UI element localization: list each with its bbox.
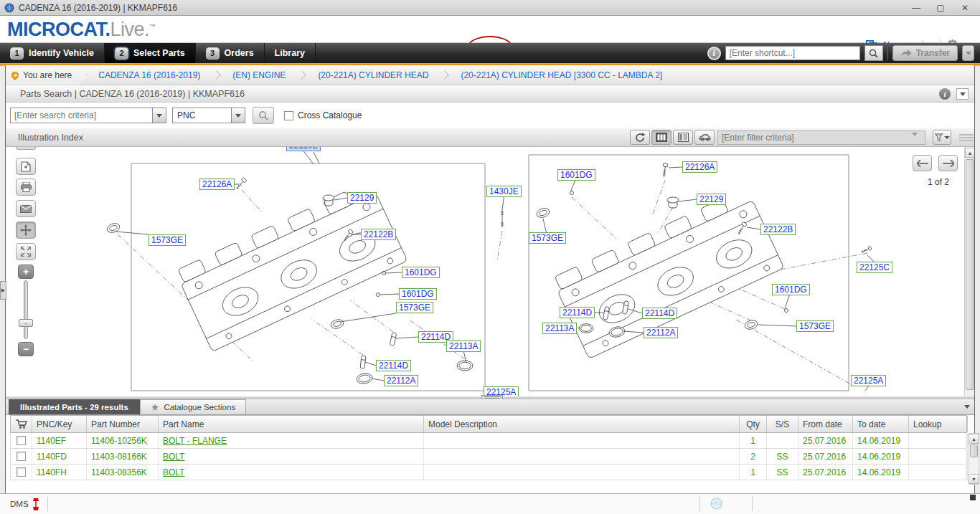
refresh-icon[interactable] bbox=[630, 130, 650, 145]
search-criteria-input[interactable] bbox=[10, 108, 152, 123]
part-label[interactable]: 22129 bbox=[697, 194, 726, 205]
row-checkbox[interactable] bbox=[17, 452, 26, 461]
zoom-slider-track[interactable] bbox=[24, 280, 28, 339]
close-button[interactable]: ✕ bbox=[953, 0, 977, 16]
scroll-up-icon[interactable]: ▲ bbox=[969, 434, 979, 444]
info-icon[interactable]: i bbox=[939, 88, 951, 100]
column-header[interactable]: Qty bbox=[740, 416, 767, 432]
vehicle-view-icon[interactable] bbox=[694, 130, 715, 145]
zoom-out-icon[interactable]: − bbox=[18, 342, 34, 356]
scroll-up-icon[interactable]: ▲ bbox=[965, 148, 974, 158]
part-label[interactable]: 22113A bbox=[542, 323, 577, 334]
illustration-scrollbar[interactable]: ▲ bbox=[964, 148, 974, 396]
search-criteria-dropdown[interactable] bbox=[152, 108, 166, 123]
filter-dropdown-caret[interactable] bbox=[912, 133, 918, 136]
panel-collapse-arrow[interactable]: ▶ bbox=[0, 281, 6, 300]
part-label[interactable]: 1601DG bbox=[772, 284, 810, 295]
part-label[interactable]: 22114D bbox=[376, 360, 411, 371]
tab-library[interactable]: Library bbox=[265, 43, 316, 63]
part-label[interactable]: 22126A bbox=[682, 161, 717, 173]
filter-toggle-icon[interactable] bbox=[956, 88, 969, 100]
search-type-select[interactable]: PNC bbox=[172, 108, 231, 123]
tab-illustrated-parts[interactable]: Illustrated Parts - 29 results bbox=[9, 399, 140, 414]
part-label[interactable]: 22125C bbox=[857, 262, 892, 273]
tab-orders[interactable]: 3 Orders bbox=[196, 43, 265, 63]
minimize-button[interactable]: — bbox=[904, 0, 928, 16]
part-label[interactable]: 22122B bbox=[760, 224, 796, 235]
part-label[interactable]: 22114D bbox=[642, 308, 677, 319]
table-row[interactable]: 1140FD11403-08166KBOLT2SS25.07.201614.06… bbox=[10, 449, 967, 465]
print-icon[interactable] bbox=[16, 179, 36, 196]
column-header[interactable]: From date bbox=[798, 416, 853, 432]
tab-identify-vehicle[interactable]: 1 Identify Vehicle bbox=[0, 43, 105, 63]
email-icon[interactable] bbox=[16, 200, 36, 217]
pan-move-icon[interactable] bbox=[16, 222, 36, 239]
list-view-icon[interactable] bbox=[959, 131, 974, 144]
scrollbar-thumb[interactable] bbox=[970, 444, 978, 457]
breadcrumb-engine[interactable]: (EN) ENGINE bbox=[221, 70, 297, 80]
transfer-button[interactable]: Transfer bbox=[892, 45, 958, 61]
part-label[interactable]: 1573GE bbox=[796, 320, 834, 332]
part-name-link[interactable]: BOLT bbox=[163, 452, 184, 462]
maximize-button[interactable]: ▢ bbox=[928, 0, 953, 16]
column-header[interactable]: Model Description bbox=[424, 416, 740, 432]
part-label[interactable]: 22125A bbox=[851, 375, 886, 386]
column-header[interactable]: To date bbox=[853, 416, 909, 432]
zoom-in-icon[interactable]: + bbox=[18, 265, 34, 279]
info-icon[interactable]: i bbox=[707, 47, 721, 60]
part-label[interactable]: 22122B bbox=[361, 229, 396, 240]
search-button[interactable] bbox=[253, 107, 274, 124]
part-label[interactable]: 1601DG bbox=[557, 169, 595, 181]
part-label[interactable]: 1601DG bbox=[402, 267, 440, 278]
part-name-link[interactable]: BOLT bbox=[163, 467, 184, 477]
collapse-up-icon[interactable] bbox=[16, 147, 36, 150]
part-label[interactable]: 22113A bbox=[446, 341, 481, 352]
part-label[interactable]: 1430JE bbox=[486, 186, 522, 197]
cell-lookup bbox=[909, 433, 968, 448]
part-label[interactable]: 22114D bbox=[560, 307, 595, 318]
filter-criteria-input[interactable] bbox=[717, 130, 925, 145]
part-label[interactable]: 1573GE bbox=[149, 234, 186, 246]
scroll-down-icon[interactable]: ▼ bbox=[969, 474, 979, 484]
row-checkbox[interactable] bbox=[17, 467, 26, 477]
previous-page-button[interactable] bbox=[913, 155, 932, 171]
part-label[interactable]: 1573GE bbox=[529, 232, 566, 244]
table-row[interactable]: 1140EF11406-10256KBOLT - FLANGE125.07.20… bbox=[10, 433, 967, 449]
part-label[interactable]: 22112A bbox=[644, 327, 678, 338]
table-row[interactable]: 1140FH11403-08356KBOLT1SS25.07.201614.06… bbox=[10, 465, 967, 480]
fullscreen-icon[interactable] bbox=[16, 243, 36, 260]
cell-from: 25.07.2016 bbox=[798, 465, 853, 480]
panel-collapse-caret[interactable] bbox=[964, 405, 970, 409]
filter-icon[interactable] bbox=[933, 130, 951, 145]
scrollbar-thumb[interactable] bbox=[966, 159, 974, 390]
breadcrumb-illustration[interactable]: (20-221A) CYLINDER HEAD [3300 CC - LAMBD… bbox=[449, 70, 674, 80]
search-type-dropdown[interactable] bbox=[231, 108, 245, 123]
cross-catalogue-checkbox[interactable] bbox=[284, 111, 293, 120]
zoom-slider-handle[interactable]: - bbox=[19, 319, 33, 327]
part-label[interactable]: 22126A bbox=[199, 179, 235, 190]
column-header[interactable]: Part Number bbox=[87, 416, 159, 432]
breadcrumb-section[interactable]: (20-221A) CYLINDER HEAD bbox=[306, 70, 440, 80]
row-checkbox[interactable] bbox=[17, 436, 26, 445]
column-header[interactable]: S/S bbox=[767, 416, 798, 432]
thumbnails-view-icon[interactable] bbox=[651, 130, 672, 145]
table-scrollbar[interactable]: ▲ ▼ bbox=[969, 433, 979, 485]
breadcrumb-vehicle[interactable]: CADENZA 16 (2016-2019) bbox=[87, 70, 212, 80]
part-label[interactable]: 1573GE bbox=[396, 302, 433, 313]
transfer-caret[interactable] bbox=[962, 45, 974, 61]
tab-select-parts[interactable]: 2 Select Parts bbox=[105, 43, 196, 63]
column-header[interactable]: Lookup bbox=[909, 416, 968, 432]
next-page-button[interactable] bbox=[938, 155, 958, 171]
tab-catalogue-sections[interactable]: ★ Catalogue Sections bbox=[140, 399, 246, 414]
shortcut-input[interactable] bbox=[725, 46, 860, 60]
new-page-icon[interactable] bbox=[16, 158, 36, 175]
part-name-link[interactable]: BOLT - FLANGE bbox=[163, 436, 227, 446]
part-label[interactable]: 22129 bbox=[347, 192, 377, 204]
shortcut-search-button[interactable] bbox=[864, 45, 883, 61]
split-view-icon[interactable] bbox=[673, 130, 693, 145]
column-header[interactable]: Part Name bbox=[159, 416, 424, 432]
part-label[interactable]: 1601DG bbox=[399, 288, 437, 300]
part-label[interactable]: 22112A bbox=[384, 375, 418, 386]
illustration-canvas[interactable]: + - − 1 of 2 ▲ bbox=[6, 147, 974, 396]
column-header[interactable]: PNC/Key bbox=[32, 416, 87, 432]
